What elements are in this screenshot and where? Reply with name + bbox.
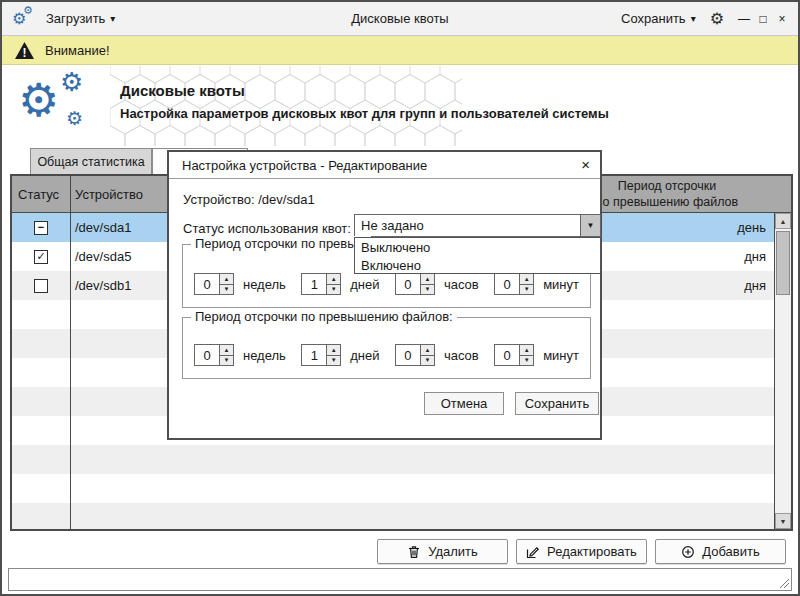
load-menu-label: Загрузить xyxy=(46,11,105,26)
scroll-down-icon[interactable]: ▼ xyxy=(775,513,791,529)
page-logo-gears-icon: ⚙ ⚙ ⚙ xyxy=(18,69,110,141)
maximize-button[interactable]: □ xyxy=(757,12,769,26)
spin-buttons: ▲ ▼ xyxy=(326,274,340,294)
settings-gear-icon[interactable]: ⚙ xyxy=(710,9,724,28)
spin-down-icon[interactable]: ▼ xyxy=(327,356,340,366)
days-spinner[interactable]: 1 ▲ ▼ xyxy=(301,273,341,295)
quota-status-combobox[interactable]: Не задано ▼ xyxy=(354,214,601,237)
tab-general-statistics[interactable]: Общая статистика xyxy=(30,148,152,174)
spin-up-icon[interactable]: ▲ xyxy=(421,345,434,356)
grace-blocks-legend: Период отсрочки по превыш xyxy=(191,236,371,251)
cancel-button[interactable]: Отмена xyxy=(424,392,504,415)
gear-icon: ⚙ xyxy=(23,4,33,17)
status-bar xyxy=(8,568,792,591)
minutes-spinner[interactable]: 0 ▲ ▼ xyxy=(494,273,534,295)
spin-up-icon[interactable]: ▲ xyxy=(421,274,434,285)
grace-files-legend: Период отсрочки по превышению файлов: xyxy=(191,309,457,324)
weeks-value[interactable]: 0 xyxy=(195,274,219,294)
quota-status-dropdown-list: Выключено Включено xyxy=(354,237,601,274)
scroll-up-icon[interactable]: ▲ xyxy=(775,213,791,229)
grace-cell: день xyxy=(737,213,766,242)
device-cell: /dev/sda5 xyxy=(75,242,131,271)
delete-button[interactable]: Удалить xyxy=(377,539,508,564)
spin-buttons: ▲ ▼ xyxy=(326,345,340,365)
scrollbar-thumb[interactable] xyxy=(776,231,790,295)
spin-buttons: ▲ ▼ xyxy=(219,274,233,294)
spin-up-icon[interactable]: ▲ xyxy=(520,274,533,285)
row-checkbox-checked[interactable]: ✓ xyxy=(34,250,48,264)
hours-value[interactable]: 0 xyxy=(396,345,420,365)
spin-up-icon[interactable]: ▲ xyxy=(220,345,233,356)
warning-icon: ! xyxy=(14,41,35,60)
save-button[interactable]: Сохранить xyxy=(515,392,599,415)
page-subtitle: Настройка параметров дисковых квот для г… xyxy=(120,106,609,121)
minimize-button[interactable]: — xyxy=(738,12,750,26)
dropdown-option-disabled[interactable]: Выключено xyxy=(355,238,600,256)
dialog-device-line: Устройство: /dev/sda1 xyxy=(183,192,315,207)
spin-up-icon[interactable]: ▲ xyxy=(520,345,533,356)
status-cell: ✓ xyxy=(12,242,70,271)
minutes-value[interactable]: 0 xyxy=(495,345,519,365)
device-cell: /dev/sdb1 xyxy=(75,271,131,300)
weeks-group: 0 ▲ ▼ недель xyxy=(194,273,286,295)
dropdown-option-enabled[interactable]: Включено xyxy=(355,256,600,274)
column-header-status: Статус xyxy=(12,176,70,212)
minutes-spinner[interactable]: 0 ▲ ▼ xyxy=(494,344,534,366)
hours-spinner[interactable]: 0 ▲ ▼ xyxy=(395,273,435,295)
hours-spinner[interactable]: 0 ▲ ▼ xyxy=(395,344,435,366)
spin-up-icon[interactable]: ▲ xyxy=(327,345,340,356)
table-row-empty xyxy=(12,503,774,531)
weeks-spinner[interactable]: 0 ▲ ▼ xyxy=(194,273,234,295)
gear-icon: ⚙ xyxy=(60,67,83,98)
row-checkbox-unchecked[interactable] xyxy=(34,279,48,293)
resize-grip[interactable] xyxy=(779,578,790,589)
warning-text: Внимание! xyxy=(45,43,110,58)
hours-value[interactable]: 0 xyxy=(396,274,420,294)
days-spinner[interactable]: 1 ▲ ▼ xyxy=(301,344,341,366)
spin-buttons: ▲ ▼ xyxy=(420,274,434,294)
minutes-unit-label: минут xyxy=(543,277,579,292)
spin-down-icon[interactable]: ▼ xyxy=(421,356,434,366)
chevron-down-icon: ▾ xyxy=(110,13,115,24)
device-cell: /dev/sda1 xyxy=(75,213,131,242)
spin-down-icon[interactable]: ▼ xyxy=(421,285,434,295)
minutes-group: 0 ▲ ▼ минут xyxy=(494,344,579,366)
hours-unit-label: часов xyxy=(444,348,479,363)
weeks-spinner[interactable]: 0 ▲ ▼ xyxy=(194,344,234,366)
edit-button[interactable]: Редактировать xyxy=(516,539,647,564)
save-menu-button[interactable]: Сохранить ▾ xyxy=(621,11,696,26)
days-value[interactable]: 1 xyxy=(302,345,326,365)
spin-up-icon[interactable]: ▲ xyxy=(327,274,340,285)
app-window: ⚙ ⚙ Загрузить ▾ Дисковые квоты Сохранить… xyxy=(0,0,800,596)
combobox-arrow-button[interactable]: ▼ xyxy=(580,215,600,236)
dialog-close-icon[interactable]: × xyxy=(581,156,590,173)
load-menu-button[interactable]: Загрузить ▾ xyxy=(46,11,115,26)
column-divider xyxy=(70,176,71,529)
close-button[interactable]: × xyxy=(776,12,788,26)
titlebar-right: Сохранить ▾ ⚙ — □ × xyxy=(621,9,798,28)
weeks-unit-label: недель xyxy=(243,277,286,292)
days-group: 1 ▲ ▼ дней xyxy=(301,273,379,295)
row-checkbox-mixed[interactable]: − xyxy=(34,221,48,235)
hours-unit-label: часов xyxy=(444,277,479,292)
dialog-title: Настройка устройства - Редактирование xyxy=(182,158,427,173)
days-value[interactable]: 1 xyxy=(302,274,326,294)
weeks-value[interactable]: 0 xyxy=(195,345,219,365)
spin-down-icon[interactable]: ▼ xyxy=(327,285,340,295)
chevron-down-icon: ▼ xyxy=(587,221,595,230)
column-header-device: Устройство xyxy=(75,176,143,212)
trash-icon xyxy=(407,545,421,559)
spin-down-icon[interactable]: ▼ xyxy=(220,285,233,295)
save-menu-label: Сохранить xyxy=(621,11,686,26)
vertical-scrollbar[interactable]: ▲ ▼ xyxy=(774,213,791,529)
spin-down-icon[interactable]: ▼ xyxy=(520,356,533,366)
add-button[interactable]: Добавить xyxy=(655,539,786,564)
grace-cell: дня xyxy=(744,242,766,271)
delete-button-label: Удалить xyxy=(428,544,478,559)
spin-up-icon[interactable]: ▲ xyxy=(220,274,233,285)
svg-text:!: ! xyxy=(23,46,27,60)
spin-down-icon[interactable]: ▼ xyxy=(520,285,533,295)
minutes-value[interactable]: 0 xyxy=(495,274,519,294)
weeks-unit-label: недель xyxy=(243,348,286,363)
spin-down-icon[interactable]: ▼ xyxy=(220,356,233,366)
